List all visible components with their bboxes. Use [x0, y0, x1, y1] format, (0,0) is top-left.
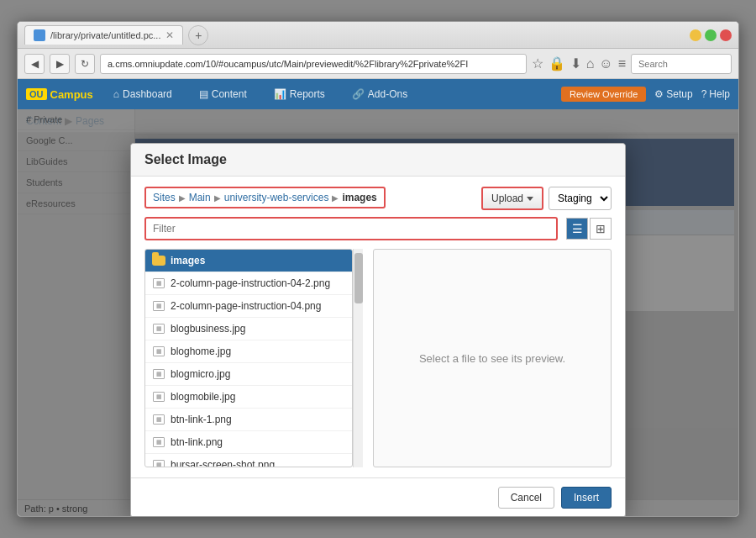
tab-label: /library/private/untitled.pc... [50, 30, 160, 40]
user-button[interactable]: Review Override [561, 87, 646, 102]
modal-breadcrumb-uweb[interactable]: university-web-services [224, 192, 329, 203]
list-item[interactable]: ▦ blogmicro.jpg [145, 363, 352, 386]
gear-icon: ⚙ [654, 88, 664, 100]
staging-dropdown[interactable]: Staging [549, 187, 612, 210]
app-navigation: OU Campus ⌂ Dashboard ▤ Content 📊 Report… [18, 79, 738, 109]
select-image-modal: Select Image Upload Staging [130, 143, 626, 517]
image-icon: ▦ [152, 390, 165, 404]
image-icon: ▦ [152, 458, 165, 467]
list-item[interactable]: ▦ bursar-screen-shot.png [145, 454, 352, 467]
lock-icon: 🔒 [549, 55, 565, 71]
file-name: blogmobile.jpg [171, 391, 235, 403]
reports-nav-icon: 📊 [274, 88, 286, 100]
filter-input[interactable] [144, 217, 558, 240]
scrollbar[interactable] [353, 249, 363, 467]
modal-body: Upload Staging Sites ▶ Main ▶ universi [131, 177, 625, 477]
file-name: blogbusiness.jpg [171, 323, 245, 335]
image-icon: ▦ [152, 345, 165, 358]
toolbar-icons: ☆ 🔒 ⬇ ⌂ ☺ ≡ [532, 55, 626, 71]
list-item[interactable]: ▦ blogmobile.jpg [145, 386, 352, 409]
back-button[interactable]: ◀ [24, 54, 45, 74]
refresh-button[interactable]: ↻ [75, 54, 95, 74]
list-view-button[interactable]: ☰ [566, 218, 588, 240]
breadcrumb-sep: ▶ [179, 193, 186, 203]
grid-view-button[interactable]: ⊞ [590, 218, 612, 240]
help-icon: ? [701, 88, 707, 100]
file-name: images [171, 255, 205, 266]
list-item[interactable]: ▦ bloghome.jpg [145, 340, 352, 363]
scrollbar-thumb[interactable] [354, 253, 363, 303]
maximize-button[interactable] [705, 29, 717, 41]
setup-button[interactable]: ⚙ Setup [654, 88, 692, 100]
help-label: Help [709, 88, 730, 100]
view-toggle: ☰ ⊞ [566, 218, 612, 240]
browser-titlebar: /library/private/untitled.pc... ✕ + [18, 22, 738, 49]
bottom-bar: Cancel OK [18, 516, 738, 517]
modal-controls: ☰ ⊞ [144, 217, 612, 240]
list-item[interactable]: ▦ blogbusiness.jpg [145, 318, 352, 340]
list-item[interactable]: images [145, 250, 352, 272]
home-nav-icon: ⌂ [113, 88, 119, 100]
list-item[interactable]: ▦ btn-link-1.png [145, 409, 352, 431]
browser-search-input[interactable] [631, 54, 732, 74]
upload-section: Upload Staging [481, 187, 612, 210]
upload-dropdown-arrow [527, 197, 533, 201]
bookmark-icon[interactable]: ☆ [532, 55, 543, 71]
content-area: Content ▶ Pages # Private Google C... Li… [18, 109, 738, 516]
forward-button[interactable]: ▶ [50, 54, 70, 74]
modal-insert-button[interactable]: Insert [561, 487, 612, 509]
nav-item-addons[interactable]: 🔗 Add-Ons [345, 85, 414, 103]
file-name: btn-link.png [171, 436, 223, 448]
file-name: blogmicro.jpg [171, 368, 230, 380]
preview-text: Select a file to see its preview. [419, 352, 565, 365]
file-list-container: images ▦ 2-column-page-instruction-04-2.… [144, 249, 363, 467]
image-icon: ▦ [152, 322, 165, 335]
download-icon[interactable]: ⬇ [570, 55, 581, 71]
image-icon: ▦ [152, 277, 165, 290]
modal-breadcrumb-main[interactable]: Main [189, 192, 211, 203]
file-name: bloghome.jpg [171, 345, 231, 357]
image-icon: ▦ [152, 413, 165, 426]
image-icon: ▦ [152, 435, 165, 449]
preview-area: Select a file to see its preview. [373, 249, 612, 467]
window-controls [690, 29, 732, 41]
file-name: 2-column-page-instruction-04-2.png [171, 277, 330, 289]
menu-icon[interactable]: ≡ [618, 56, 626, 71]
address-bar[interactable] [100, 54, 527, 74]
nav-item-content[interactable]: ▤ Content [192, 85, 254, 103]
new-tab-button[interactable]: + [188, 25, 208, 45]
list-item[interactable]: ▦ btn-link.png [145, 431, 352, 454]
list-item[interactable]: ▦ 2-column-page-instruction-04.png [145, 295, 352, 318]
upload-label: Upload [491, 193, 523, 204]
home-icon[interactable]: ⌂ [586, 56, 595, 71]
list-item[interactable]: ▦ 2-column-page-instruction-04-2.png [145, 272, 352, 295]
file-name: bursar-screen-shot.png [171, 459, 275, 467]
modal-title: Select Image [144, 152, 227, 166]
logo-text: Campus [50, 88, 93, 101]
help-button[interactable]: ? Help [701, 88, 730, 100]
file-list: images ▦ 2-column-page-instruction-04-2.… [144, 249, 353, 467]
app-logo: OU Campus [26, 88, 93, 101]
nav-item-dashboard[interactable]: ⌂ Dashboard [107, 85, 179, 103]
tab-close-button[interactable]: ✕ [165, 29, 174, 41]
breadcrumb-sep2: ▶ [214, 193, 221, 203]
nav-item-reports[interactable]: 📊 Reports [267, 85, 332, 103]
modal-header: Select Image [131, 144, 625, 177]
upload-button[interactable]: Upload [481, 187, 543, 210]
content-label: Content [212, 88, 247, 100]
modal-breadcrumb-current: images [342, 192, 376, 203]
modal-cancel-button[interactable]: Cancel [498, 487, 554, 509]
content-nav-icon: ▤ [199, 88, 208, 100]
smiley-icon[interactable]: ☺ [599, 56, 612, 71]
nav-right: Review Override ⚙ Setup ? Help [561, 87, 730, 102]
modal-breadcrumb-sites[interactable]: Sites [153, 192, 176, 203]
browser-tab[interactable]: /library/private/untitled.pc... ✕ [24, 25, 183, 45]
reports-label: Reports [290, 88, 325, 100]
dashboard-label: Dashboard [123, 88, 172, 100]
modal-main: images ▦ 2-column-page-instruction-04-2.… [144, 249, 612, 467]
minimize-button[interactable] [690, 29, 701, 41]
setup-label: Setup [666, 88, 692, 100]
close-button[interactable] [720, 29, 732, 41]
browser-toolbar: ◀ ▶ ↻ ☆ 🔒 ⬇ ⌂ ☺ ≡ [18, 49, 738, 79]
modal-breadcrumb: Sites ▶ Main ▶ university-web-services ▶… [144, 187, 386, 208]
